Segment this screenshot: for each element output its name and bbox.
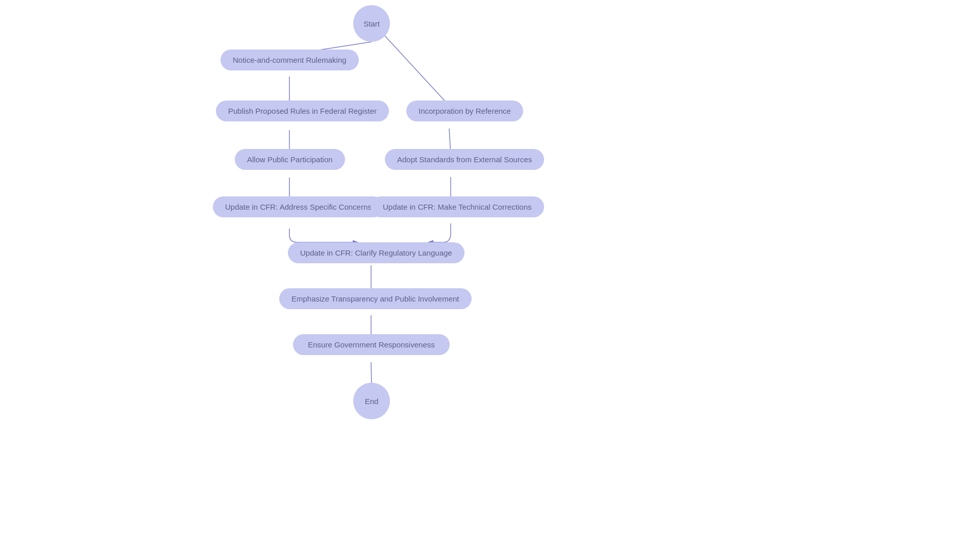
- notice-node: Notice-and-comment Rulemaking: [220, 49, 359, 70]
- end-node: End: [353, 383, 390, 419]
- update-clarify-node: Update in CFR: Clarify Regulatory Langua…: [288, 242, 464, 263]
- start-node: Start: [353, 5, 390, 42]
- ensure-node: Ensure Government Responsiveness: [293, 334, 450, 355]
- diagram-container: Start Notice-and-comment Rulemaking Inco…: [0, 0, 980, 551]
- update-tech-node: Update in CFR: Make Technical Correction…: [371, 196, 544, 217]
- allow-node: Allow Public Participation: [235, 149, 345, 170]
- incorporation-node: Incorporation by Reference: [406, 101, 523, 121]
- publish-node: Publish Proposed Rules in Federal Regist…: [216, 101, 389, 121]
- connectors-svg: [0, 0, 980, 551]
- emphasize-node: Emphasize Transparency and Public Involv…: [279, 288, 472, 309]
- adopt-node: Adopt Standards from External Sources: [385, 149, 544, 170]
- update-addr-node: Update in CFR: Address Specific Concerns: [213, 196, 384, 217]
- svg-line-1: [384, 35, 449, 106]
